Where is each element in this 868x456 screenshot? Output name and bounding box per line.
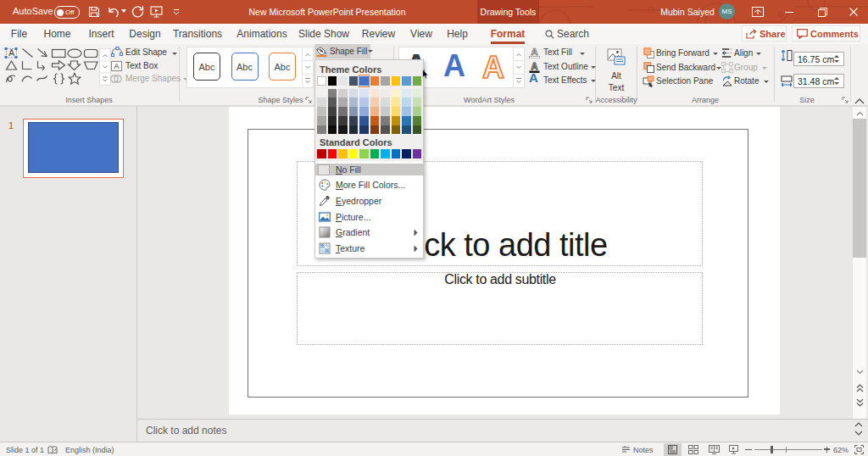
svg-text:A: A	[114, 62, 119, 70]
svg-text:A: A	[8, 48, 14, 58]
svg-text:A: A	[482, 50, 504, 83]
svg-text:A: A	[531, 47, 538, 57]
